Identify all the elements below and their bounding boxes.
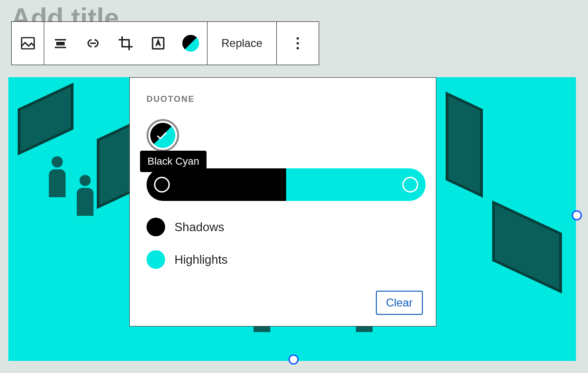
svg-point-8 [297,47,299,49]
shadows-label: Shadows [174,220,224,234]
highlights-label: Highlights [174,253,227,267]
duotone-button[interactable] [174,22,207,65]
range-thumb-shadows[interactable] [154,177,170,193]
block-type-button[interactable] [12,22,44,65]
duotone-heading: DUOTONE [147,94,419,104]
duotone-range-bar[interactable] [147,168,426,201]
duotone-swatch-black-cyan[interactable] [147,119,179,152]
highlights-row: Highlights [147,250,419,269]
link-icon [85,35,101,52]
more-vertical-icon [289,35,306,52]
range-thumb-highlights[interactable] [402,177,418,193]
check-icon [157,130,167,140]
shadows-color-swatch[interactable] [147,218,165,236]
toolbar-group-align [44,22,207,65]
crop-button[interactable] [109,22,142,65]
svg-point-6 [297,37,299,40]
align-button[interactable] [44,22,77,65]
image-block-icon [20,35,36,52]
shadows-row: Shadows [147,218,419,236]
more-options-button[interactable] [277,22,319,65]
duotone-panel: DUOTONE Black Cyan Shadows Highlights Cl… [129,77,436,326]
crop-icon [117,35,134,52]
resize-handle-right[interactable] [572,210,582,220]
block-toolbar: Replace [11,21,319,65]
align-icon [52,35,69,52]
text-overlay-button[interactable] [142,22,174,65]
svg-rect-0 [21,38,34,49]
svg-rect-2 [56,42,65,46]
text-overlay-icon [150,35,167,52]
resize-handle-bottom[interactable] [288,354,299,365]
swatch-fill [150,123,175,148]
highlights-color-swatch[interactable] [147,250,165,269]
clear-button[interactable]: Clear [376,291,423,315]
duotone-icon [182,35,199,52]
svg-point-7 [297,42,299,44]
link-button[interactable] [77,22,109,65]
replace-button[interactable]: Replace [207,22,277,65]
duotone-swatch-row: Black Cyan [147,119,419,152]
